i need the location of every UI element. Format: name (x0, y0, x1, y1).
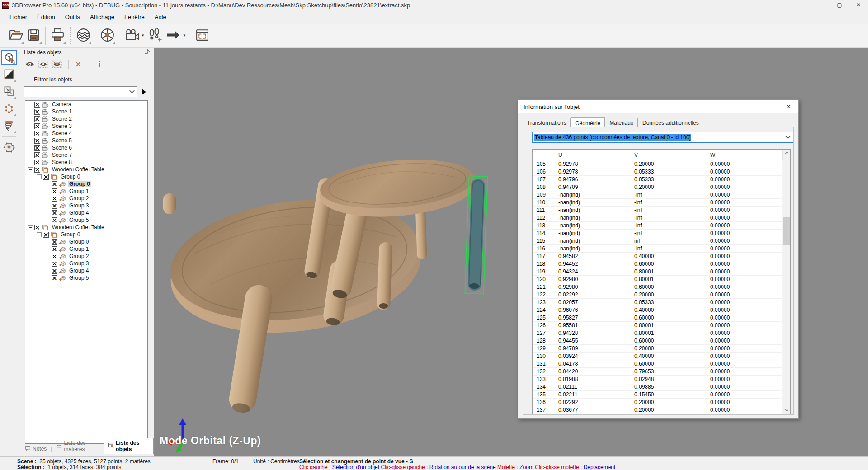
menu-item-3[interactable]: Affichage (85, 12, 119, 22)
hide-selection-button[interactable] (51, 59, 63, 70)
table-row[interactable]: 1200.929800.800010.00000 (533, 276, 783, 283)
table-row[interactable]: 1360.022920.200000.00000 (533, 399, 783, 406)
tree-item[interactable]: Scene 2 (25, 115, 147, 122)
scrollbar-thumb[interactable] (783, 217, 790, 245)
tree-item[interactable]: Wooden+Coffe+Table (25, 166, 147, 173)
table-row[interactable]: 1280.944550.600000.00000 (533, 337, 783, 345)
table-row[interactable]: 1300.039240.400000.00000 (533, 352, 783, 360)
show-all-button[interactable] (24, 59, 36, 70)
tree-item[interactable]: Scene 5 (25, 137, 147, 144)
play-forward-button[interactable] (164, 26, 182, 45)
print-button[interactable] (48, 26, 66, 45)
menu-item-1[interactable]: Édition (32, 12, 60, 22)
transform-tool-button[interactable] (1, 84, 17, 99)
tree-item[interactable]: Wooden+Coffe+Table (25, 224, 147, 231)
visibility-checkbox[interactable] (52, 261, 57, 267)
visibility-checkbox[interactable] (52, 239, 57, 245)
tree-item[interactable]: Group 3 (25, 260, 147, 267)
visibility-checkbox[interactable] (52, 217, 57, 223)
menu-item-2[interactable]: Outils (60, 12, 85, 22)
visibility-checkbox[interactable] (34, 102, 40, 108)
tree-item[interactable]: Scene 3 (25, 122, 147, 130)
visibility-checkbox[interactable] (43, 232, 49, 238)
table-row[interactable]: 1310.041780.600000.00000 (533, 360, 783, 368)
materials-button[interactable] (74, 26, 92, 45)
menu-item-5[interactable]: Aide (150, 12, 171, 22)
table-row[interactable]: 1350.022110.154500.00000 (533, 391, 783, 399)
visibility-checkbox[interactable] (34, 160, 40, 165)
dialog-title-bar[interactable]: Information sur l'objet ✕ (518, 100, 798, 113)
walkthrough-button[interactable] (146, 26, 164, 45)
tree-item[interactable]: Scene 7 (25, 151, 147, 159)
table-row[interactable]: 1190.943240.800010.00000 (533, 268, 783, 276)
visibility-checkbox[interactable] (52, 254, 57, 259)
tree-item[interactable]: Group 1 (25, 188, 147, 195)
visibility-checkbox[interactable] (34, 225, 40, 230)
table-row[interactable]: 1180.944520.600000.00000 (533, 260, 783, 268)
tree-item[interactable]: Group 4 (25, 267, 147, 274)
table-row[interactable]: 114-nan(ind)-inf0.00000 (533, 230, 783, 237)
table-row[interactable]: 1320.044200.796530.00000 (533, 368, 783, 376)
column-header[interactable] (533, 150, 555, 160)
visibility-checkbox[interactable] (34, 116, 40, 122)
visibility-checkbox[interactable] (34, 138, 40, 144)
tree-item[interactable]: Group 0 (25, 238, 147, 245)
minimize-button[interactable]: ─ (811, 0, 830, 10)
close-button[interactable]: ✕ (849, 0, 868, 10)
table-row[interactable]: 1060.929780.053330.00000 (533, 168, 783, 176)
collapse-expander[interactable] (28, 225, 33, 230)
scroll-down-button[interactable] (783, 406, 790, 414)
table-row[interactable]: 1080.947090.200000.00000 (533, 183, 783, 191)
filter-combobox[interactable] (24, 86, 137, 97)
open-button[interactable] (6, 26, 24, 45)
visibility-checkbox[interactable] (52, 203, 57, 209)
panel-tab-2[interactable]: Liste des objets (104, 438, 154, 454)
tree-item[interactable]: Group 2 (25, 195, 147, 202)
visibility-checkbox[interactable] (34, 145, 40, 151)
tree-item[interactable]: Group 5 (25, 216, 147, 224)
scroll-up-button[interactable] (783, 150, 790, 157)
visibility-checkbox[interactable] (34, 109, 40, 115)
save-button[interactable] (24, 26, 42, 45)
column-header[interactable]: W (707, 150, 783, 160)
table-row[interactable]: 1330.019880.029480.00000 (533, 376, 783, 383)
column-header[interactable]: V (631, 150, 707, 160)
tree-item[interactable]: Group 0 (25, 173, 147, 180)
tree-item[interactable]: Group 0 (25, 180, 147, 188)
visibility-checkbox[interactable] (34, 152, 40, 158)
settings-button[interactable] (1, 140, 17, 155)
table-row[interactable]: 1070.947960.053330.00000 (533, 176, 783, 183)
apply-filter-button[interactable] (139, 86, 148, 97)
fit-view-button[interactable] (193, 26, 211, 45)
table-row[interactable]: 115-nan(ind)inf0.00000 (533, 237, 783, 245)
tree-item[interactable]: Group 1 (25, 245, 147, 253)
column-header[interactable]: U (555, 150, 631, 160)
show-selection-button[interactable] (38, 59, 49, 70)
camera-animation-button[interactable] (122, 26, 140, 45)
visibility-checkbox[interactable] (34, 131, 40, 136)
table-row[interactable]: 1340.021110.098850.00000 (533, 383, 783, 391)
shading-mode-button[interactable] (1, 67, 17, 82)
pin-icon[interactable] (144, 49, 150, 56)
visibility-checkbox[interactable] (34, 167, 40, 173)
render-button[interactable] (98, 26, 116, 45)
visibility-checkbox[interactable] (52, 210, 57, 216)
tree-item[interactable]: Group 2 (25, 253, 147, 260)
tree-item[interactable]: Camera (25, 101, 147, 108)
tree-item[interactable]: Group 0 (25, 231, 147, 238)
panel-tab-1[interactable]: Liste des matières (52, 438, 104, 454)
tree-item[interactable]: Scene 4 (25, 130, 147, 137)
table-row[interactable]: 1210.929800.600000.00000 (533, 283, 783, 291)
maximize-button[interactable]: ▢ (830, 0, 849, 10)
tree-item[interactable]: Group 5 (25, 274, 147, 282)
collapse-expander[interactable] (37, 174, 42, 179)
delete-button[interactable] (72, 59, 84, 70)
table-row[interactable]: 110-nan(ind)-inf0.00000 (533, 199, 783, 207)
table-row[interactable]: 1250.958270.600000.00000 (533, 314, 783, 322)
select-tool-button[interactable] (1, 50, 17, 65)
table-row[interactable]: 1270.943280.800010.00000 (533, 329, 783, 337)
visibility-checkbox[interactable] (52, 196, 57, 202)
modifier-tool-button[interactable] (1, 118, 17, 134)
table-row[interactable]: 113-nan(ind)-inf0.00000 (533, 222, 783, 230)
geometry-array-combobox[interactable]: Tableau de 436 points [coordonnées de te… (532, 132, 793, 143)
